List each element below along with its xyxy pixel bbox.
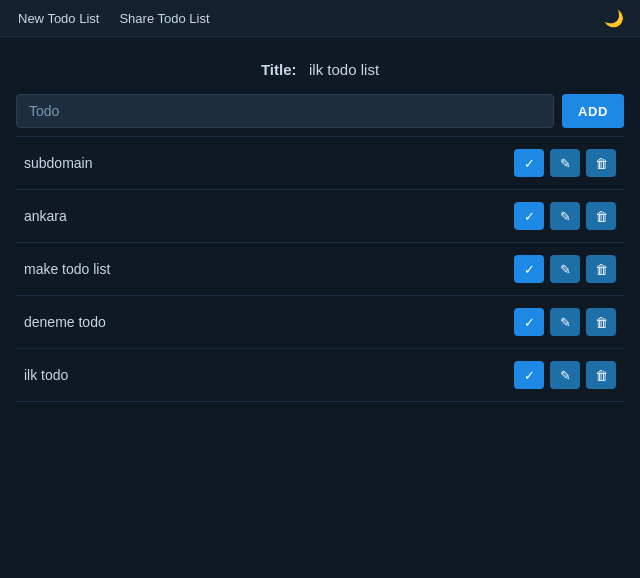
- todo-text: ilk todo: [24, 367, 514, 383]
- new-todo-link[interactable]: New Todo List: [8, 3, 109, 34]
- todo-item: ilk todo ✓ ✎ 🗑: [16, 349, 624, 402]
- main-content: Title: ilk todo list ADD subdomain ✓ ✎ 🗑…: [0, 37, 640, 418]
- todo-actions: ✓ ✎ 🗑: [514, 255, 616, 283]
- todo-delete-button[interactable]: 🗑: [586, 361, 616, 389]
- todo-list: subdomain ✓ ✎ 🗑 ankara ✓ ✎ 🗑 make todo l…: [16, 136, 624, 402]
- todo-text: deneme todo: [24, 314, 514, 330]
- todo-check-button[interactable]: ✓: [514, 255, 544, 283]
- title-value: ilk todo list: [309, 61, 379, 78]
- todo-check-button[interactable]: ✓: [514, 308, 544, 336]
- todo-delete-button[interactable]: 🗑: [586, 202, 616, 230]
- title-label: Title:: [261, 61, 297, 78]
- todo-actions: ✓ ✎ 🗑: [514, 149, 616, 177]
- todo-text: make todo list: [24, 261, 514, 277]
- todo-actions: ✓ ✎ 🗑: [514, 202, 616, 230]
- todo-edit-button[interactable]: ✎: [550, 361, 580, 389]
- todo-edit-button[interactable]: ✎: [550, 308, 580, 336]
- todo-item: deneme todo ✓ ✎ 🗑: [16, 296, 624, 349]
- todo-edit-button[interactable]: ✎: [550, 255, 580, 283]
- navbar: New Todo List Share Todo List 🌙: [0, 0, 640, 37]
- todo-check-button[interactable]: ✓: [514, 149, 544, 177]
- todo-text: subdomain: [24, 155, 514, 171]
- share-todo-link[interactable]: Share Todo List: [109, 3, 219, 34]
- todo-item: ankara ✓ ✎ 🗑: [16, 190, 624, 243]
- todo-item: subdomain ✓ ✎ 🗑: [16, 137, 624, 190]
- list-title: Title: ilk todo list: [16, 61, 624, 78]
- todo-delete-button[interactable]: 🗑: [586, 149, 616, 177]
- todo-edit-button[interactable]: ✎: [550, 149, 580, 177]
- add-button[interactable]: ADD: [562, 94, 624, 128]
- todo-actions: ✓ ✎ 🗑: [514, 361, 616, 389]
- todo-check-button[interactable]: ✓: [514, 361, 544, 389]
- todo-edit-button[interactable]: ✎: [550, 202, 580, 230]
- todo-actions: ✓ ✎ 🗑: [514, 308, 616, 336]
- todo-item: make todo list ✓ ✎ 🗑: [16, 243, 624, 296]
- todo-delete-button[interactable]: 🗑: [586, 308, 616, 336]
- todo-check-button[interactable]: ✓: [514, 202, 544, 230]
- todo-text: ankara: [24, 208, 514, 224]
- add-todo-row: ADD: [16, 94, 624, 128]
- dark-mode-icon[interactable]: 🌙: [596, 5, 632, 32]
- todo-delete-button[interactable]: 🗑: [586, 255, 616, 283]
- todo-input[interactable]: [16, 94, 554, 128]
